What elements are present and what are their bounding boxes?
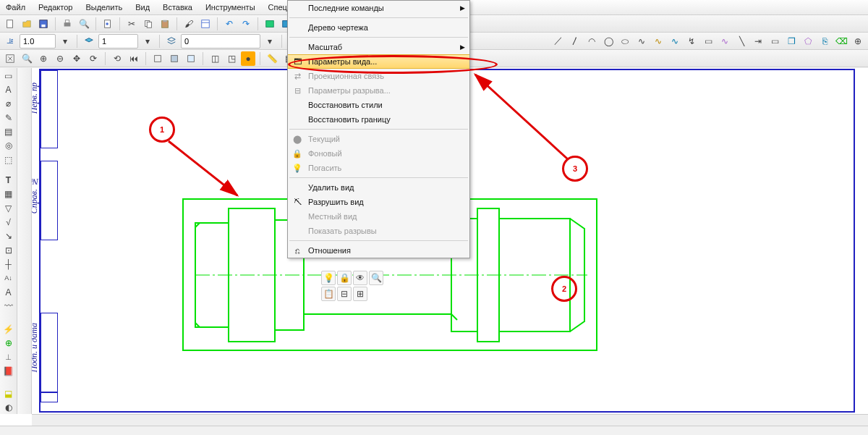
dropdown-more-icon[interactable]: ⊕: [851, 34, 865, 48]
select-icon[interactable]: ⬚: [1, 153, 16, 166]
prevview-icon[interactable]: ⏮: [127, 51, 141, 66]
hlr-icon[interactable]: [150, 51, 165, 66]
lightning-icon[interactable]: ⚡: [1, 323, 16, 335]
brush-icon[interactable]: 🖌: [182, 17, 196, 31]
props-icon[interactable]: [198, 17, 213, 31]
rect-icon[interactable]: ▭: [767, 34, 782, 48]
hint-break1-icon[interactable]: ⊟: [337, 287, 352, 301]
shade-icon[interactable]: [167, 51, 182, 66]
ellipse-icon[interactable]: ⬭: [618, 34, 632, 48]
ctx-delete-view[interactable]: Удалить вид: [288, 180, 469, 195]
layer-icon2[interactable]: ⬓: [1, 387, 16, 400]
layer-field[interactable]: 1: [98, 34, 138, 48]
copy-icon[interactable]: [141, 17, 156, 31]
ctx-scale[interactable]: Масштаб▶: [288, 40, 469, 54]
bezier-icon[interactable]: ∿: [668, 34, 682, 48]
zoomin-icon[interactable]: ⊕: [36, 51, 51, 66]
geometry-icon[interactable]: ▭: [1, 69, 16, 82]
contour-icon[interactable]: ▭: [701, 34, 715, 48]
menu-select[interactable]: Выделить: [82, 1, 125, 13]
save-icon[interactable]: [36, 17, 51, 31]
text-icon[interactable]: T: [1, 174, 16, 186]
edit-icon[interactable]: ✎: [1, 111, 16, 124]
zoomwin-icon[interactable]: 🔍: [20, 51, 34, 66]
dimension-icon[interactable]: A: [1, 83, 16, 96]
paste-icon[interactable]: [158, 17, 172, 31]
horizontal-scrollbar[interactable]: [32, 414, 868, 426]
redo-icon[interactable]: ↷: [239, 17, 253, 31]
rough-icon[interactable]: √: [1, 216, 16, 228]
hint-eye-icon[interactable]: 👁: [353, 271, 367, 285]
hint-bulb-icon[interactable]: 💡: [321, 271, 336, 285]
layers-icon[interactable]: [164, 34, 179, 48]
preview-icon[interactable]: 🔍: [77, 17, 91, 31]
doc-props-icon[interactable]: [101, 17, 115, 31]
undo-icon[interactable]: ↶: [222, 17, 237, 31]
open-icon[interactable]: [20, 17, 34, 31]
zero-dropdown-icon[interactable]: ▾: [263, 34, 277, 48]
poly-icon[interactable]: ⬠: [801, 34, 815, 48]
link-icon[interactable]: ⟂: [1, 351, 16, 363]
rect3d-icon[interactable]: ❐: [784, 34, 799, 48]
tolerance-icon[interactable]: ⊡: [1, 244, 16, 256]
target-icon[interactable]: ⊕: [1, 337, 16, 349]
layer-dropdown-icon[interactable]: ▾: [140, 34, 155, 48]
shade-mode-icon[interactable]: ◐: [1, 402, 16, 414]
hint-break2-icon[interactable]: ⊞: [353, 287, 367, 301]
cut-icon[interactable]: ✂: [124, 17, 139, 31]
snap-icon[interactable]: ⫡: [3, 34, 17, 48]
param-icon[interactable]: ▤: [1, 125, 16, 138]
table-icon[interactable]: ▦: [1, 188, 16, 200]
new-icon[interactable]: [3, 17, 17, 31]
print-icon[interactable]: [60, 17, 75, 31]
spline2-icon[interactable]: ∿: [718, 34, 732, 48]
menu-editor[interactable]: Редактор: [35, 1, 75, 13]
book-icon[interactable]: 📕: [1, 365, 16, 377]
base-icon[interactable]: ▽: [1, 202, 16, 214]
symbols-icon[interactable]: ⌀: [1, 98, 16, 110]
zoomout-icon[interactable]: ⊖: [53, 51, 67, 66]
polyline-icon[interactable]: 〳: [568, 34, 582, 48]
circle-icon[interactable]: ◯: [601, 34, 616, 48]
pan-icon[interactable]: ✥: [69, 51, 84, 66]
ruler-icon[interactable]: 📏: [265, 51, 279, 66]
eraser-icon[interactable]: ⌫: [834, 34, 848, 48]
menu-tools[interactable]: Инструменты: [203, 1, 258, 13]
leader-icon[interactable]: ↘: [1, 230, 16, 242]
rotate-icon[interactable]: ⟳: [86, 51, 101, 66]
nurbs-icon[interactable]: ∿: [651, 34, 665, 48]
perspective-icon[interactable]: ◫: [208, 51, 222, 66]
scale-dropdown-icon[interactable]: ▾: [58, 34, 72, 48]
arrow-icon[interactable]: A: [1, 286, 16, 298]
hatch-label-icon[interactable]: A↓: [1, 272, 16, 284]
hint-zoom-icon[interactable]: 🔍: [369, 271, 383, 285]
ctx-recent[interactable]: Последние команды▶: [288, 1, 469, 15]
spline-icon[interactable]: ∿: [634, 34, 649, 48]
selmode-icon[interactable]: ●: [241, 51, 255, 66]
ctx-tree[interactable]: Дерево чертежа: [288, 20, 469, 35]
break-icon[interactable]: ↯: [684, 34, 699, 48]
ctx-relations[interactable]: ⎌Отношения: [288, 243, 469, 258]
scale-field[interactable]: 1.0: [20, 34, 56, 48]
line-icon[interactable]: ／: [551, 34, 566, 48]
arc-icon[interactable]: ◠: [584, 34, 599, 48]
ctx-restore-styles[interactable]: Восстановить стили: [288, 98, 469, 112]
orient-icon[interactable]: ◳: [224, 51, 239, 66]
layer-icon[interactable]: [82, 34, 96, 48]
tan-line-icon[interactable]: ╲: [734, 34, 749, 48]
axis-icon[interactable]: ┼: [1, 258, 16, 270]
parallel-icon[interactable]: ⇥: [751, 34, 765, 48]
menu-file[interactable]: Файл: [3, 1, 28, 13]
copy-curve-icon[interactable]: ⎘: [817, 34, 832, 48]
fitall-icon[interactable]: [3, 51, 17, 66]
zero-field[interactable]: 0: [181, 34, 260, 48]
ctx-restore-border[interactable]: Восстановить границу: [288, 112, 469, 127]
menu-insert[interactable]: Вставка: [160, 1, 195, 13]
hint-props-icon[interactable]: 📋: [321, 287, 336, 301]
wave-icon[interactable]: 〰: [1, 300, 16, 312]
measure-icon[interactable]: ◎: [1, 140, 16, 152]
library-icon[interactable]: [263, 17, 277, 31]
shade2-icon[interactable]: [184, 51, 198, 66]
redraw-icon[interactable]: ⟲: [110, 51, 124, 66]
ctx-destroy-view[interactable]: ⛏Разрушить вид: [288, 195, 469, 209]
